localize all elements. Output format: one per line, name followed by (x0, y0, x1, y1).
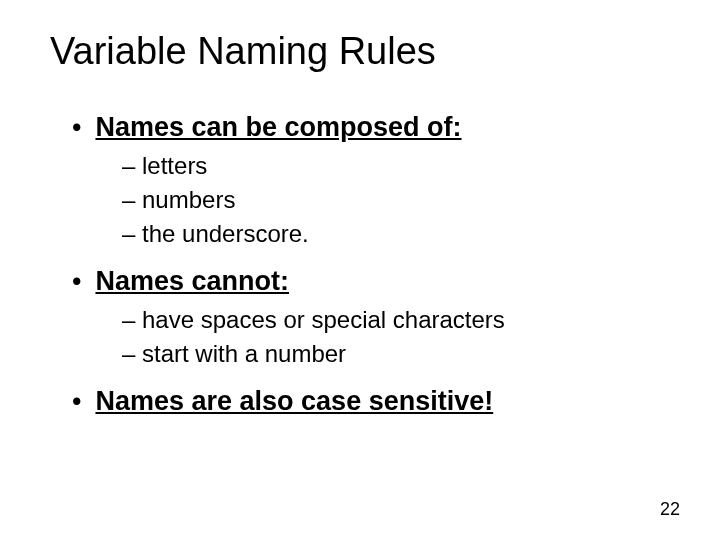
subitem: – the underscore. (122, 219, 670, 249)
subitem: – letters (122, 151, 670, 181)
bullet-1-text: Names can be composed of: (95, 111, 461, 143)
sub-1a: – letters (122, 152, 207, 179)
bullet-item-2: • Names cannot: (72, 265, 670, 297)
bullet-icon: • (72, 265, 81, 297)
bullet-icon: • (72, 385, 81, 417)
subitem: – start with a number (122, 339, 670, 369)
subitem: – numbers (122, 185, 670, 215)
page-number: 22 (660, 499, 680, 520)
sub-1b: – numbers (122, 186, 235, 213)
sub-2a: – have spaces or special characters (122, 306, 505, 333)
sub-1c: – the underscore. (122, 220, 309, 247)
sub-2b: – start with a number (122, 340, 346, 367)
bullet-2-text: Names cannot: (95, 265, 289, 297)
bullet-item-1: • Names can be composed of: (72, 111, 670, 143)
subitem: – have spaces or special characters (122, 305, 670, 335)
bullet-item-3: • Names are also case sensitive! (72, 385, 670, 417)
slide-title: Variable Naming Rules (50, 30, 670, 73)
bullet-icon: • (72, 111, 81, 143)
bullet-3-text: Names are also case sensitive! (95, 385, 493, 417)
